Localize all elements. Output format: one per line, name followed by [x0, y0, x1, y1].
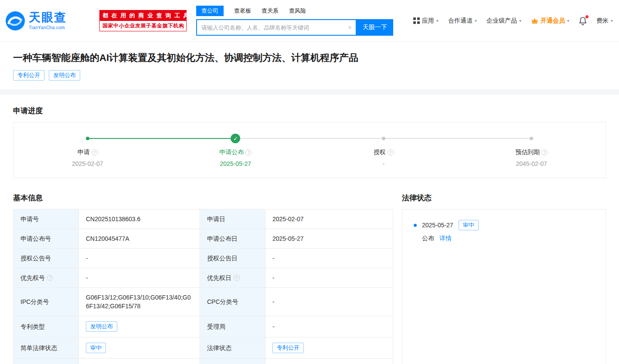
tab-boss[interactable]: 查老板	[234, 6, 251, 16]
search-input[interactable]	[197, 20, 356, 35]
field-label: 优先权号 ?	[14, 268, 79, 288]
help-icon[interactable]: ?	[388, 149, 394, 155]
nav-user-label: 费米	[596, 17, 609, 25]
chevron-down-icon: ▾	[611, 18, 613, 23]
timeline-dot-expire	[530, 137, 533, 140]
help-icon[interactable]: ?	[541, 149, 548, 155]
field-label: 申请号	[14, 209, 79, 229]
table-row: 申请（专利权）人 广州汽车集团股份有限公司 发明人 刘强寿;朱汉举;李太华;戴济…	[14, 359, 393, 364]
page-title: 一种车辆智能座舱的AI计算装置及其初始化方法、协调控制方法、计算机程序产品	[13, 51, 606, 64]
tab-company[interactable]: 查公司	[196, 6, 224, 16]
field-value: 2025-02-07	[265, 209, 393, 229]
help-icon[interactable]: ?	[245, 149, 252, 155]
nav-apps-label: 应用	[422, 17, 434, 25]
legal-status-panel: 2025-05-27 审中 公布 详情	[402, 209, 606, 364]
nav-cooperation-label: 合作通道	[448, 17, 473, 25]
step-apply: 申请 ? 2025-02-07	[14, 148, 162, 167]
nav-cooperation[interactable]: 合作通道 ▾	[448, 17, 477, 25]
field-value: 广州汽车集团股份有限公司	[79, 359, 200, 364]
slogan-line1: 都 在 用 的 商 业 查 询 工 具	[100, 10, 186, 21]
progress-timeline: ✓ 申请 ? 2025-02-07 申请公布 ? 2025-05-27 授权 ?…	[13, 122, 606, 178]
nav-vip-label: 开通会员	[541, 17, 565, 25]
nav-vip[interactable]: 开通会员 ▾	[531, 17, 569, 25]
step-apply-label: 申请	[78, 148, 90, 156]
step-grant-date: -	[310, 160, 458, 167]
help-icon[interactable]: ?	[92, 149, 98, 155]
legal-status-item: 2025-05-27 审中 公布 详情	[414, 220, 594, 243]
help-icon[interactable]: ?	[234, 275, 240, 281]
nav-apps[interactable]: 应用 ▾	[413, 17, 439, 25]
field-value: -	[79, 268, 200, 288]
table-row: 专利类型 发明公布 受理局 -	[14, 316, 393, 337]
tianyancha-logo-icon	[5, 11, 25, 31]
patent-open-badge: 专利公开	[13, 70, 44, 81]
field-value: -	[79, 249, 200, 268]
field-label: 发明人	[200, 359, 265, 364]
table-row: 授权公告号 - 授权公告日 -	[14, 249, 393, 268]
field-value: CN120045477A	[79, 229, 200, 249]
table-row: 申请公布号 CN120045477A 申请公布日 2025-05-27	[14, 229, 393, 249]
nav-enterprise[interactable]: 企业级产品 ▾	[486, 17, 521, 25]
field-label: 受理局	[200, 316, 265, 337]
basic-info-section: 基本信息 申请号 CN202510138603.6 申请日 2025-02-07…	[13, 193, 393, 364]
notification-bell[interactable]	[579, 17, 587, 25]
step-publish-label: 申请公布	[219, 148, 244, 156]
tab-risk[interactable]: 查风险	[289, 6, 306, 16]
help-icon[interactable]: ?	[47, 275, 53, 281]
section-divider	[0, 89, 619, 94]
step-apply-date: 2025-02-07	[14, 160, 162, 167]
field-value: 2025-05-27	[265, 229, 393, 249]
field-label: 申请日	[200, 209, 265, 229]
field-label: 申请公布号	[14, 229, 79, 249]
field-value: CN202510138603.6	[79, 209, 200, 229]
legal-item-status-badge: 审中	[459, 220, 479, 230]
logo[interactable]: 天眼查 TianYanCha.com	[5, 11, 88, 31]
step-expire-label: 预估到期	[515, 148, 540, 156]
legal-status-badge: 专利公开	[272, 343, 304, 353]
field-value: 审中	[79, 337, 200, 359]
legal-detail-link[interactable]: 详情	[439, 235, 452, 242]
field-label: 优先权日 ?	[200, 268, 265, 288]
progress-heading: 申请进度	[13, 106, 606, 116]
field-value: -	[265, 288, 393, 316]
clear-icon[interactable]: ×	[348, 24, 352, 31]
field-label-text: 优先权日	[207, 273, 231, 282]
field-label: 法律状态	[200, 337, 265, 359]
brand-domain: TianYanCha.com	[29, 25, 67, 30]
field-value: -	[265, 316, 393, 337]
field-label: 授权公告号	[14, 249, 79, 268]
table-row: IPC分类号 G06F13/12;G06F13/10;G06F13/40;G06…	[14, 288, 393, 316]
search-tabs: 查公司 查老板 查关系 查风险	[196, 6, 393, 16]
brand-name: 天眼查	[29, 11, 67, 24]
field-label: CPC分类号	[200, 288, 265, 316]
patent-type-badge: 发明公布	[86, 321, 117, 332]
field-value: 刘强寿;朱汉举;李太华;戴济顺;杨泳雪	[265, 359, 393, 364]
tab-relation[interactable]: 查关系	[262, 6, 279, 16]
basic-info-table: 申请号 CN202510138603.6 申请日 2025-02-07 申请公布…	[13, 209, 393, 364]
timeline-line-done	[88, 138, 236, 139]
title-tags: 专利公开 发明公布	[13, 70, 606, 81]
step-expire-date: 2045-02-07	[458, 160, 606, 167]
top-nav: 应用 ▾ 合作通道 ▾ 企业级产品 ▾ 开通会员 ▾ 费米	[413, 17, 613, 25]
legal-status-heading: 法律状态	[402, 193, 606, 203]
header: 天眼查 TianYanCha.com 都 在 用 的 商 业 查 询 工 具 国…	[0, 0, 619, 42]
nav-enterprise-label: 企业级产品	[486, 17, 517, 25]
field-label: 申请公布日	[200, 229, 265, 249]
main-content: 申请进度 ✓ 申请 ? 2025-02-07 申请公布 ? 2025-05-27…	[0, 106, 619, 364]
field-label: 专利类型	[14, 316, 79, 337]
step-publish: 申请公布 ? 2025-05-27	[162, 148, 310, 167]
notification-badge	[585, 15, 588, 18]
grid-icon	[413, 17, 420, 24]
legal-date: 2025-05-27	[422, 222, 453, 229]
search-button[interactable]: 天眼一下	[357, 19, 393, 36]
chevron-down-icon: ▾	[519, 18, 521, 23]
field-value: G06F13/12;G06F13/10;G06F13/40;G06F13/42;…	[79, 288, 200, 316]
field-label: IPC分类号	[14, 288, 79, 316]
crown-icon	[531, 17, 538, 24]
timeline-track: ✓	[14, 134, 605, 143]
table-row: 简单法律状态 审中 法律状态 专利公开	[14, 337, 393, 359]
title-section: 一种车辆智能座舱的AI计算装置及其初始化方法、协调控制方法、计算机程序产品 专利…	[0, 42, 619, 89]
table-row: 优先权号 ? - 优先权日 ? -	[14, 268, 393, 288]
nav-user[interactable]: 费米 ▾	[596, 17, 613, 25]
field-label: 授权公告日	[200, 249, 265, 268]
